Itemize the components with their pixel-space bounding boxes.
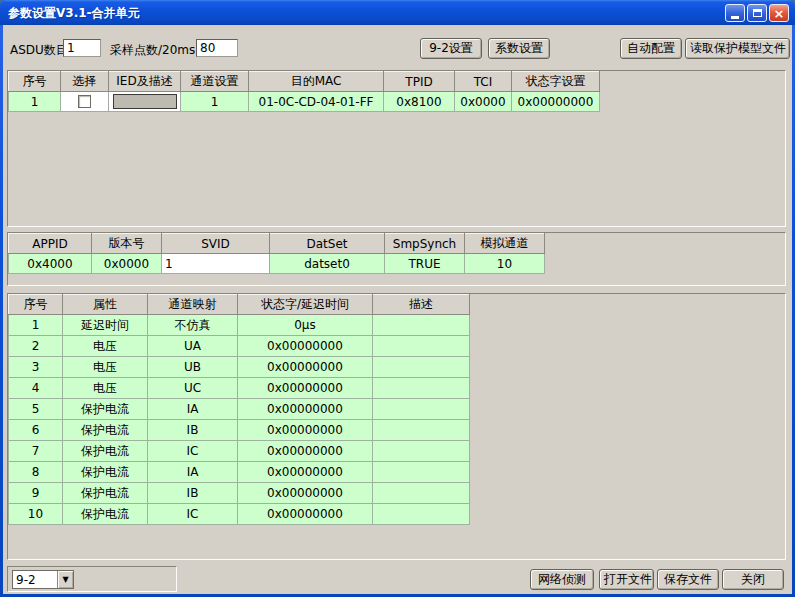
chevron-down-icon[interactable]: ▼ — [57, 571, 73, 588]
description-cell[interactable] — [373, 504, 470, 525]
channel-map-cell[interactable]: IB — [148, 483, 238, 504]
channel-map-cell[interactable]: 不仿真 — [148, 315, 238, 336]
close-button[interactable]: × — [769, 4, 789, 22]
maximize-button[interactable] — [747, 4, 767, 22]
status-delay-cell[interactable]: 0x00000000 — [238, 483, 373, 504]
status-word-cell[interactable]: 0x00000000 — [512, 92, 600, 112]
channel-map-cell[interactable]: IB — [148, 420, 238, 441]
dest-mac-cell[interactable]: 01-0C-CD-04-01-FF — [249, 92, 384, 112]
ied-description-cell[interactable] — [109, 92, 181, 112]
title-bar[interactable]: 参数设置V3.1-合并单元 × — [0, 0, 795, 25]
seq-cell[interactable]: 10 — [9, 504, 63, 525]
channel-map-cell[interactable]: IA — [148, 399, 238, 420]
auto-config-button[interactable]: 自动配置 — [620, 38, 682, 59]
tci-cell[interactable]: 0x0000 — [455, 92, 512, 112]
column-header: 属性 — [63, 295, 148, 315]
status-delay-cell[interactable]: 0x00000000 — [238, 441, 373, 462]
smpsynch-cell[interactable]: TRUE — [385, 254, 465, 274]
network-detect-button[interactable]: 网络侦测 — [530, 569, 594, 590]
maximize-icon — [753, 9, 762, 17]
status-delay-cell[interactable]: 0x00000000 — [238, 378, 373, 399]
description-cell[interactable] — [373, 357, 470, 378]
column-header: TPID — [384, 72, 455, 92]
ied-table: 序号 选择 IED及描述 通道设置 目的MAC TPID TCI 状态字设置 1… — [8, 71, 600, 112]
description-cell[interactable] — [373, 336, 470, 357]
description-cell[interactable] — [373, 441, 470, 462]
description-cell[interactable] — [373, 399, 470, 420]
attribute-cell[interactable]: 延迟时间 — [63, 315, 148, 336]
channel-map-cell[interactable]: IC — [148, 441, 238, 462]
column-header: TCI — [455, 72, 512, 92]
coefficient-settings-button[interactable]: 系数设置 — [488, 38, 550, 59]
version-cell[interactable]: 0x0000 — [92, 254, 162, 274]
status-delay-cell[interactable]: 0μs — [238, 315, 373, 336]
seq-cell[interactable]: 1 — [9, 92, 61, 112]
attribute-cell[interactable]: 保护电流 — [63, 441, 148, 462]
open-file-button[interactable]: 打开文件 — [599, 569, 654, 590]
table-row: 0x4000 0x0000 1 datset0 TRUE 10 — [9, 254, 545, 274]
svid-cell[interactable]: 1 — [162, 254, 270, 274]
seq-cell[interactable]: 7 — [9, 441, 63, 462]
seq-cell[interactable]: 1 — [9, 315, 63, 336]
attribute-cell[interactable]: 电压 — [63, 336, 148, 357]
datset-cell[interactable]: datset0 — [270, 254, 385, 274]
read-protection-model-button[interactable]: 读取保护模型文件 — [685, 38, 790, 59]
seq-cell[interactable]: 6 — [9, 420, 63, 441]
attribute-cell[interactable]: 保护电流 — [63, 462, 148, 483]
close-dialog-button[interactable]: 关闭 — [722, 569, 784, 590]
settings-92-button[interactable]: 9-2设置 — [420, 38, 482, 59]
seq-cell[interactable]: 3 — [9, 357, 63, 378]
table-row: 4 电压 UC 0x00000000 — [9, 378, 470, 399]
close-icon: × — [774, 7, 785, 20]
select-checkbox[interactable] — [78, 95, 91, 108]
attribute-cell[interactable]: 保护电流 — [63, 483, 148, 504]
ied-description-button[interactable] — [113, 94, 177, 109]
channel-setting-cell[interactable]: 1 — [181, 92, 249, 112]
attribute-cell[interactable]: 保护电流 — [63, 399, 148, 420]
attribute-cell[interactable]: 电压 — [63, 378, 148, 399]
attribute-cell[interactable]: 电压 — [63, 357, 148, 378]
protocol-combo-panel: 9-2 ▼ — [7, 566, 177, 592]
column-header: 版本号 — [92, 234, 162, 254]
seq-cell[interactable]: 5 — [9, 399, 63, 420]
channel-map-cell[interactable]: UB — [148, 357, 238, 378]
description-cell[interactable] — [373, 420, 470, 441]
table-row: 7 保护电流 IC 0x00000000 — [9, 441, 470, 462]
minimize-icon — [731, 16, 739, 19]
appid-cell[interactable]: 0x4000 — [9, 254, 92, 274]
channel-map-cell[interactable]: UA — [148, 336, 238, 357]
channel-map-cell[interactable]: IC — [148, 504, 238, 525]
attribute-cell[interactable]: 保护电流 — [63, 420, 148, 441]
seq-cell[interactable]: 4 — [9, 378, 63, 399]
status-delay-cell[interactable]: 0x00000000 — [238, 462, 373, 483]
tpid-cell[interactable]: 0x8100 — [384, 92, 455, 112]
sample-points-input[interactable] — [196, 39, 238, 57]
seq-cell[interactable]: 8 — [9, 462, 63, 483]
minimize-button[interactable] — [725, 4, 745, 22]
save-file-button[interactable]: 保存文件 — [657, 569, 719, 590]
channel-map-cell[interactable]: IA — [148, 462, 238, 483]
analog-channel-cell[interactable]: 10 — [465, 254, 545, 274]
asdu-count-input[interactable] — [63, 39, 101, 57]
ied-table-panel: 序号 选择 IED及描述 通道设置 目的MAC TPID TCI 状态字设置 1… — [7, 70, 786, 227]
description-cell[interactable] — [373, 462, 470, 483]
channel-map-cell[interactable]: UC — [148, 378, 238, 399]
select-cell[interactable] — [61, 92, 109, 112]
column-header: SVID — [162, 234, 270, 254]
seq-cell[interactable]: 9 — [9, 483, 63, 504]
description-cell[interactable] — [373, 378, 470, 399]
column-header: 状态字/延迟时间 — [238, 295, 373, 315]
attribute-cell[interactable]: 保护电流 — [63, 504, 148, 525]
protocol-combobox[interactable]: 9-2 ▼ — [12, 570, 74, 589]
sample-points-label: 采样点数/20ms — [110, 42, 195, 59]
status-delay-cell[interactable]: 0x00000000 — [238, 420, 373, 441]
description-cell[interactable] — [373, 483, 470, 504]
seq-cell[interactable]: 2 — [9, 336, 63, 357]
column-header: 选择 — [61, 72, 109, 92]
status-delay-cell[interactable]: 0x00000000 — [238, 336, 373, 357]
description-cell[interactable] — [373, 315, 470, 336]
status-delay-cell[interactable]: 0x00000000 — [238, 357, 373, 378]
status-delay-cell[interactable]: 0x00000000 — [238, 504, 373, 525]
status-delay-cell[interactable]: 0x00000000 — [238, 399, 373, 420]
table-header-row: 序号 属性 通道映射 状态字/延迟时间 描述 — [9, 295, 470, 315]
